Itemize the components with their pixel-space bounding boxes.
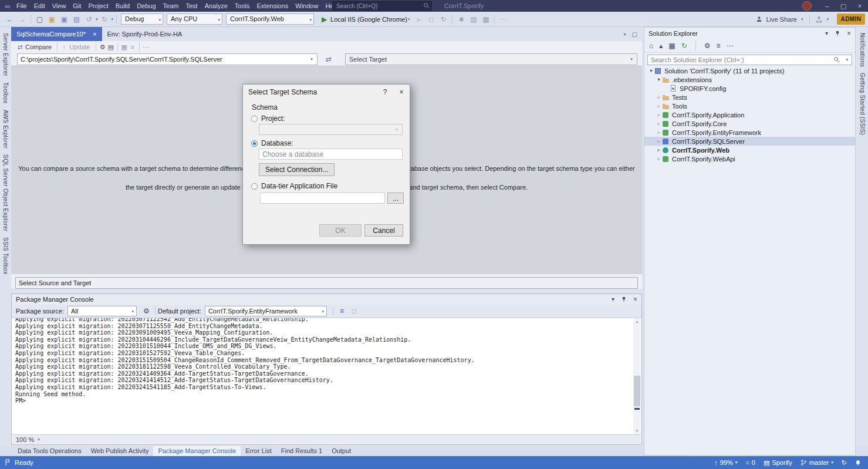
- source-schema-dropdown[interactable]: C:\projects\Sporify\CorrIT.Sporify.SQLSe…: [17, 53, 318, 65]
- redo-icon[interactable]: ↻: [99, 14, 111, 25]
- panel-tab[interactable]: Output: [327, 446, 356, 456]
- console-scrollbar[interactable]: ▴ ▾: [633, 318, 641, 434]
- more-options-icon[interactable]: ⋯: [142, 43, 150, 51]
- compare-options-gear-icon[interactable]: ⚙: [99, 43, 107, 51]
- user-avatar[interactable]: [802, 1, 812, 11]
- outline-icon[interactable]: ▦: [479, 14, 492, 25]
- filter-icon[interactable]: ▦: [120, 43, 129, 51]
- quick-search-input[interactable]: [332, 1, 432, 11]
- project-radio-row[interactable]: Project:: [251, 114, 285, 123]
- xml-doc-icon[interactable]: ▤: [467, 14, 479, 25]
- solution-search-input[interactable]: [647, 55, 852, 65]
- panel-tab[interactable]: Package Manager Console: [153, 446, 241, 456]
- tool-window-tab[interactable]: AWS Explorer: [2, 110, 9, 149]
- project-dropdown-disabled[interactable]: ▾: [259, 124, 403, 135]
- close-window-button[interactable]: ×: [852, 0, 868, 12]
- database-input[interactable]: [259, 149, 403, 160]
- expander-icon[interactable]: [648, 68, 654, 73]
- show-all-files-icon[interactable]: ▦: [668, 42, 675, 50]
- panel-tab[interactable]: Error List: [241, 446, 276, 456]
- background-tasks-flag-icon[interactable]: [5, 459, 11, 466]
- menu-item[interactable]: Project: [85, 2, 112, 9]
- tab-env-document[interactable]: Env: Sporify-Prod-Env-HA: [102, 27, 188, 41]
- compare-button[interactable]: Compare: [25, 43, 52, 50]
- compare-icon[interactable]: ⇄: [16, 43, 24, 51]
- zoom-control[interactable]: 100 % ▾: [12, 434, 641, 444]
- window-position-icon[interactable]: ▾: [612, 295, 614, 304]
- navigate-back-icon[interactable]: ←: [4, 14, 16, 25]
- clear-console-icon[interactable]: ≡: [336, 305, 348, 317]
- menu-item[interactable]: Test: [182, 2, 201, 9]
- home-icon[interactable]: ⌂: [649, 42, 653, 50]
- panel-title-bar[interactable]: Solution Explorer ▾ ×: [644, 28, 855, 39]
- close-panel-icon[interactable]: ×: [847, 29, 851, 38]
- tree-row[interactable]: .ebextensions: [644, 75, 855, 84]
- default-project-dropdown[interactable]: CorrIT.Sporify.EntityFramework ▾: [205, 306, 327, 316]
- search-icon[interactable]: [833, 56, 840, 63]
- live-share-label[interactable]: Live Share: [766, 16, 797, 23]
- tree-row[interactable]: CorrIT.Sporify.Web: [644, 146, 855, 154]
- repository-indicator[interactable]: ▤ Sporify: [764, 459, 792, 467]
- pin-icon[interactable]: [621, 296, 627, 302]
- live-share-person-icon[interactable]: [756, 16, 762, 22]
- menu-item[interactable]: Git: [69, 2, 85, 9]
- ok-button[interactable]: OK: [319, 224, 362, 237]
- find-in-files-icon[interactable]: ≡: [455, 14, 467, 25]
- console-output[interactable]: Applying explicit migration: 20220307112…: [12, 318, 633, 434]
- dacpac-radio[interactable]: [251, 183, 258, 190]
- tool-window-tab[interactable]: Toolbox: [2, 82, 9, 104]
- update-button[interactable]: Update: [69, 43, 90, 50]
- dacpac-file-input[interactable]: [260, 193, 385, 204]
- expander-icon[interactable]: [656, 147, 662, 153]
- expander-icon[interactable]: [656, 156, 662, 161]
- redo-dropdown-icon[interactable]: ▾: [111, 17, 114, 22]
- stop-command-icon[interactable]: □: [348, 305, 360, 317]
- target-schema-dropdown[interactable]: Select Target ▾: [345, 53, 637, 65]
- pin-icon[interactable]: [835, 31, 840, 36]
- close-panel-icon[interactable]: ×: [633, 295, 637, 304]
- expander-icon[interactable]: [656, 130, 662, 135]
- panel-tab[interactable]: Data Tools Operations: [13, 446, 86, 456]
- menu-item[interactable]: Analyze: [201, 2, 231, 9]
- stop-icon[interactable]: □: [425, 14, 437, 25]
- tool-window-tab[interactable]: SSIS Toolbox: [2, 237, 9, 274]
- window-position-icon[interactable]: ▾: [825, 29, 828, 38]
- tree-row[interactable]: SPORIFY.config: [644, 84, 855, 93]
- scrollbar-thumb[interactable]: [634, 376, 640, 406]
- refresh-icon[interactable]: ↻: [681, 42, 687, 50]
- collapse-all-icon[interactable]: ▴: [659, 42, 663, 50]
- group-icon[interactable]: ≡: [129, 43, 137, 50]
- tree-row[interactable]: CorrIT.Sporify.Application: [644, 110, 855, 119]
- menu-item[interactable]: Window: [292, 2, 322, 9]
- admin-badge[interactable]: ADMIN: [837, 14, 865, 25]
- float-window-icon[interactable]: ▢: [632, 31, 637, 38]
- active-files-dropdown-icon[interactable]: ▾: [623, 32, 627, 37]
- expander-icon[interactable]: [656, 112, 662, 117]
- tree-row[interactable]: Solution 'CorrIT.Sporify' (11 of 11 proj…: [644, 66, 855, 75]
- package-source-dropdown[interactable]: All ▾: [67, 306, 137, 316]
- save-all-icon[interactable]: ▤: [70, 14, 83, 25]
- expander-icon[interactable]: [656, 139, 662, 144]
- menu-item[interactable]: File: [13, 2, 31, 9]
- tree-row[interactable]: Tools: [644, 102, 855, 110]
- panel-tab[interactable]: Web Publish Activity: [86, 446, 154, 456]
- share-icon[interactable]: [816, 16, 822, 23]
- panel-tab[interactable]: Find Results 1: [276, 446, 327, 456]
- cancel-button[interactable]: Cancel: [364, 224, 403, 237]
- expander-icon[interactable]: [656, 121, 662, 126]
- expander-icon[interactable]: [656, 95, 662, 100]
- attach-icon[interactable]: ▹: [413, 14, 425, 25]
- tab-schema-compare[interactable]: SqlSchemaCompare10* ×: [11, 27, 102, 41]
- maximize-button[interactable]: ▢: [835, 0, 852, 12]
- browse-button[interactable]: ...: [387, 193, 404, 204]
- dacpac-radio-row[interactable]: Data-tier Application File: [251, 182, 337, 190]
- menu-item[interactable]: View: [49, 2, 70, 9]
- generate-script-icon[interactable]: ▤: [107, 43, 115, 51]
- minimize-button[interactable]: –: [819, 0, 835, 12]
- undo-icon[interactable]: ↺: [83, 14, 95, 25]
- notifications-bell-icon[interactable]: [855, 460, 861, 466]
- new-file-icon[interactable]: ▢: [33, 14, 46, 25]
- menu-item[interactable]: Team: [160, 2, 183, 9]
- tool-window-tab[interactable]: Getting Started (SSIS): [859, 73, 866, 135]
- branch-indicator[interactable]: master ▾: [801, 459, 833, 466]
